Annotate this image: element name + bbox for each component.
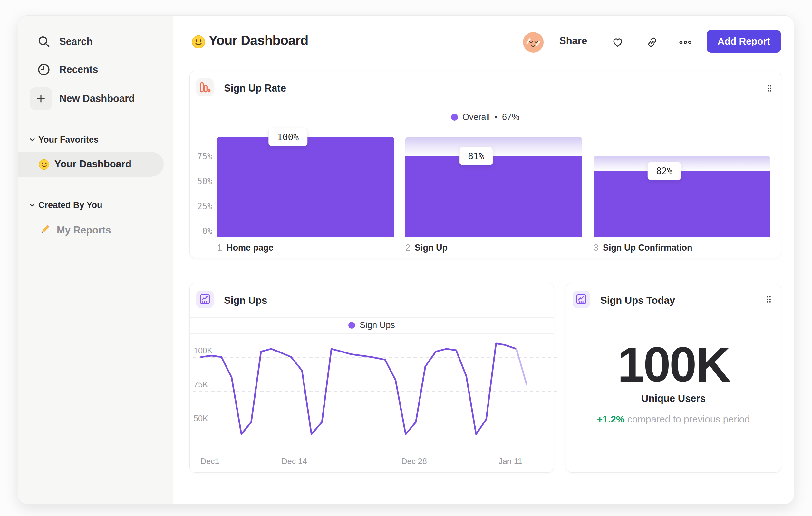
sidebar-section-created-by-you[interactable]: Created By You xyxy=(18,197,173,213)
funnel-value-tooltip: 100% xyxy=(268,128,308,146)
funnel-step-label: 2 Sign Up xyxy=(405,243,447,253)
sidebar-item-label: Recents xyxy=(59,64,98,76)
funnel-bar-fill xyxy=(405,156,582,237)
y-axis-tick: 75% xyxy=(196,152,212,161)
kpi-delta: +1.2% compared to previous period xyxy=(566,414,781,425)
app-window: Search Recents New Dashboard xyxy=(18,16,794,505)
sidebar-item-label: My Reports xyxy=(57,224,111,236)
smiley-emoji-icon xyxy=(192,35,205,50)
chevron-down-icon xyxy=(30,202,35,208)
page-title: Your Dashboard xyxy=(209,33,308,48)
sidebar-item-label: New Dashboard xyxy=(59,93,135,105)
drag-handle-icon[interactable] xyxy=(763,293,774,306)
legend-dot xyxy=(348,322,355,329)
plus-icon xyxy=(29,87,53,110)
funnel-value-tooltip: 82% xyxy=(647,162,681,180)
line-chart-icon xyxy=(196,291,214,308)
kpi-delta-note: compared to previous period xyxy=(627,414,750,425)
funnel-legend: Overall • 67% xyxy=(190,111,781,123)
more-options-icon[interactable] xyxy=(678,35,692,49)
x-axis-tick: Jan 11 xyxy=(498,457,522,466)
drag-handle-icon[interactable] xyxy=(764,82,775,95)
step-index: 2 xyxy=(405,243,410,253)
funnel-bar-previous-level xyxy=(405,137,582,156)
clock-icon xyxy=(32,58,55,81)
sidebar-section-your-favorites[interactable]: Your Favorites xyxy=(18,132,173,148)
funnel-plot-area: 100% 81% 82% xyxy=(212,137,776,237)
step-name: Home page xyxy=(227,243,273,253)
signup-rate-card: Sign Up Rate Overall • 67% 75% 50% 25% 0… xyxy=(190,71,781,258)
y-axis-tick: 0% xyxy=(196,226,212,236)
funnel-bar-fill xyxy=(217,137,394,237)
funnel-bar-fill xyxy=(593,171,771,237)
chevron-down-icon xyxy=(30,137,35,142)
card-title: Sign Ups Today xyxy=(600,295,675,306)
funnel-bar-home-page[interactable]: 100% xyxy=(217,137,394,237)
smiley-emoji-icon xyxy=(39,159,50,171)
signups-line-series xyxy=(200,338,551,449)
funnel-bar-sign-up-confirmation[interactable]: 82% xyxy=(593,137,771,237)
sidebar-item-search[interactable]: Search xyxy=(18,30,173,53)
legend-series-label: Sign Ups xyxy=(359,320,395,330)
sidebar-item-my-reports[interactable]: My Reports xyxy=(18,219,164,241)
card-title: Sign Ups xyxy=(224,295,267,306)
line-plot-area[interactable]: 100K 75K 50K Dec1 Dec 14 Dec 28 Jan 11 xyxy=(200,338,551,449)
legend-separator: • xyxy=(495,112,497,122)
sidebar: Search Recents New Dashboard xyxy=(18,16,173,505)
sidebar-item-recents[interactable]: Recents xyxy=(18,58,173,81)
funnel-chart-icon xyxy=(196,78,214,96)
favorite-heart-icon[interactable] xyxy=(611,35,625,49)
step-name: Sign Up Confirmation xyxy=(603,243,692,253)
x-axis-tick: Dec1 xyxy=(200,457,219,466)
funnel-value-tooltip: 81% xyxy=(459,147,493,165)
copy-link-icon[interactable] xyxy=(645,35,659,49)
legend-dot xyxy=(451,114,458,120)
share-button[interactable]: Share xyxy=(559,35,587,47)
x-axis-tick: Dec 14 xyxy=(282,457,307,466)
line-legend: Sign Ups xyxy=(190,317,554,334)
signups-today-card: Sign Ups Today 100K Unique Users +1.2% c… xyxy=(566,283,781,473)
y-axis-tick: 25% xyxy=(196,201,212,211)
sidebar-section-title: Your Favorites xyxy=(38,135,98,145)
step-index: 1 xyxy=(217,243,222,253)
legend-value: 67% xyxy=(502,112,519,122)
funnel-bar-previous-level xyxy=(593,156,771,171)
signups-card: Sign Ups Sign Ups 100K 75K 50K Dec1 Dec … xyxy=(190,283,554,473)
funnel-step-label: 1 Home page xyxy=(217,243,273,253)
user-avatar[interactable] xyxy=(523,32,544,53)
x-axis-tick: Dec 28 xyxy=(401,457,427,466)
y-axis-tick: 50% xyxy=(196,176,212,186)
sidebar-item-your-dashboard[interactable]: Your Dashboard xyxy=(18,152,164,177)
line-chart-icon xyxy=(573,291,590,308)
search-icon xyxy=(32,30,55,53)
sidebar-section-title: Created By You xyxy=(38,200,103,210)
kpi-metric-label: Unique Users xyxy=(566,393,781,404)
kpi-delta-value: +1.2% xyxy=(597,414,625,425)
kpi-value: 100K xyxy=(566,338,781,390)
pencil-emoji-icon xyxy=(39,224,51,237)
step-name: Sign Up xyxy=(415,243,447,253)
sidebar-item-new-dashboard[interactable]: New Dashboard xyxy=(18,87,173,110)
legend-series-label: Overall xyxy=(462,112,490,122)
sidebar-item-label: Your Dashboard xyxy=(54,158,132,170)
step-index: 3 xyxy=(593,243,598,253)
add-report-button[interactable]: Add Report xyxy=(707,30,781,53)
card-title: Sign Up Rate xyxy=(224,83,286,94)
funnel-step-label: 3 Sign Up Confirmation xyxy=(593,243,692,253)
funnel-bar-sign-up[interactable]: 81% xyxy=(405,137,582,237)
sidebar-item-label: Search xyxy=(59,36,92,47)
